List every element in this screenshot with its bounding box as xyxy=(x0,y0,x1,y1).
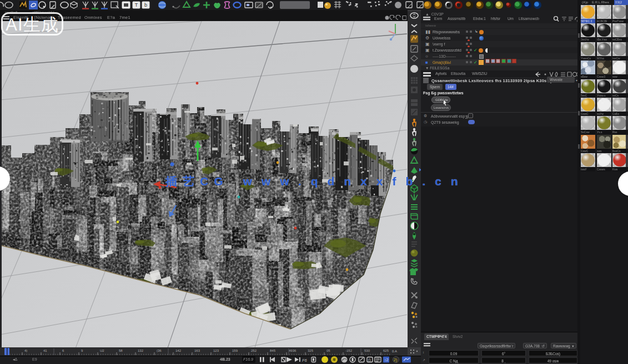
svg-text:41: 41 xyxy=(43,349,47,352)
svg-text:F6: F6 xyxy=(302,358,308,363)
svg-text:U2: U2 xyxy=(100,349,104,352)
svg-text:163: 163 xyxy=(194,349,200,352)
svg-text:845: 845 xyxy=(270,349,276,352)
svg-text:2): 2) xyxy=(394,358,397,362)
svg-text:530: 530 xyxy=(364,349,370,352)
svg-text:4936: 4936 xyxy=(289,349,297,352)
svg-text:58: 58 xyxy=(119,349,123,352)
svg-text:142: 142 xyxy=(175,349,182,352)
svg-text:159: 159 xyxy=(232,349,238,352)
svg-text:(36: (36 xyxy=(157,349,162,352)
svg-text:↕2: ↕2 xyxy=(384,358,389,362)
svg-text:(): () xyxy=(368,358,371,362)
svg-text:b: b xyxy=(144,2,147,8)
svg-text:123: 123 xyxy=(213,349,219,352)
svg-text:0.A: 0.A xyxy=(392,350,397,353)
svg-text:132: 132 xyxy=(138,349,144,352)
svg-text:325: 325 xyxy=(308,349,314,352)
svg-text:-152: -152 xyxy=(345,349,353,352)
svg-text:252: 252 xyxy=(251,349,257,352)
svg-text:625: 625 xyxy=(383,349,389,352)
svg-text:4): 4) xyxy=(24,349,27,352)
svg-text:T: T xyxy=(135,2,138,8)
svg-text:05: 05 xyxy=(326,349,330,352)
